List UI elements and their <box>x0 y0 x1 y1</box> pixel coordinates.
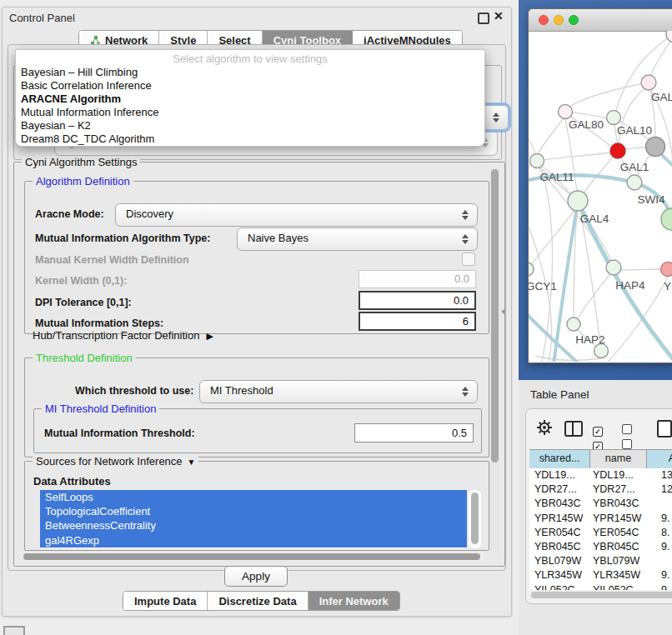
data-attributes-label: Data Attributes <box>33 475 111 488</box>
sources-group: Sources for Network Inference▼ Data Attr… <box>24 461 489 551</box>
table-row[interactable]: YPR145W YPR145W 9. <box>529 512 672 526</box>
node-hap2[interactable] <box>567 318 580 331</box>
tab-discretize-data[interactable]: Discretize Data <box>208 592 308 610</box>
dpi-tolerance-input[interactable]: 0.0 <box>359 291 476 310</box>
threshold-definition-group: Threshold Definition Which threshold to … <box>24 358 489 458</box>
combo-arrows-icon <box>462 209 469 221</box>
node-green-large[interactable] <box>661 208 672 230</box>
node-gray[interactable] <box>646 138 665 157</box>
mi-type-combo[interactable]: Naive Bayes <box>237 228 478 251</box>
node-swi4[interactable] <box>627 175 642 190</box>
panel-split-handle[interactable] <box>501 308 505 315</box>
aracne-mode-combo[interactable]: Discovery <box>115 203 478 227</box>
hub-definition-toggle[interactable]: Hub/Transcription Factor Definition▶ <box>33 329 213 342</box>
table-row[interactable]: YBR043C YBR043C <box>529 497 672 511</box>
table-row[interactable]: YER054C YER054C 8. <box>529 526 672 540</box>
float-window-icon[interactable] <box>478 12 489 24</box>
list-scrollbar[interactable] <box>469 490 481 548</box>
node-label: HAP2 <box>575 333 604 346</box>
mi-type-label: Mutual Information Algorithm Type: <box>35 232 210 244</box>
node-gal1-selected[interactable] <box>610 143 625 158</box>
node[interactable] <box>594 344 609 358</box>
node-gcy1[interactable] <box>529 262 534 276</box>
apply-button[interactable]: Apply <box>224 566 288 587</box>
table-body: YDL19... YDL19... 13 YDR27... YDR27... 1… <box>529 468 672 590</box>
table-hscrollbar-thumb[interactable] <box>531 592 672 598</box>
list-item[interactable]: SelfLoops <box>40 490 467 504</box>
algorithm-option[interactable]: Mutual Information Inference <box>19 106 481 119</box>
list-item[interactable]: gal4RGexp <box>40 533 467 548</box>
table-row[interactable]: YIL052C YIL052C 9. <box>529 583 672 591</box>
network-canvas[interactable]: GAL GAL80 GAL10 GAL1 GAL11 SWI4 GAL4 GCY… <box>529 31 672 362</box>
column-view-icon[interactable] <box>564 421 583 437</box>
which-threshold-value: MI Threshold <box>210 381 273 401</box>
kernel-width-label: Kernel Width (0,1): <box>35 275 127 287</box>
aracne-mode-label: Aracne Mode: <box>35 208 104 220</box>
node-label: GAL80 <box>569 118 604 131</box>
table-row[interactable]: YDL19... YDL19... 13 <box>529 468 672 482</box>
algorithm-option[interactable]: Bayesian – K2 <box>19 119 481 132</box>
node-salmon[interactable] <box>661 262 672 277</box>
mi-threshold-label: Mutual Information Threshold: <box>44 428 195 439</box>
algorithm-dropdown-popup: Select algorithm to view settings Bayesi… <box>15 49 485 147</box>
which-threshold-combo[interactable]: MI Threshold <box>199 380 478 403</box>
mi-threshold-input[interactable]: 0.5 <box>354 423 474 442</box>
algorithm-popup-list: Bayesian – Hill Climbing Basic Correlati… <box>19 66 481 146</box>
mi-steps-input[interactable]: 6 <box>359 312 476 331</box>
node-gal11[interactable] <box>530 154 544 168</box>
column-header-clipped[interactable]: A <box>647 450 672 468</box>
manual-kernel-checkbox[interactable] <box>462 252 475 266</box>
sources-group-title: Sources for Network Inference▼ <box>33 455 198 468</box>
tab-infer-network[interactable]: Infer Network <box>308 592 399 610</box>
deselect-all-columns-icon[interactable] <box>622 422 634 452</box>
algorithm-definition-group: Algorithm Definition Aracne Mode: Discov… <box>24 181 489 334</box>
threshold-definition-title: Threshold Definition <box>33 352 136 364</box>
close-button[interactable] <box>539 15 549 25</box>
network-window: GAL GAL80 GAL10 GAL1 GAL11 SWI4 GAL4 GCY… <box>528 8 672 363</box>
node-gal[interactable] <box>641 75 656 90</box>
settings-group-title: Cyni Algorithm Settings <box>22 156 140 168</box>
list-item[interactable]: TopologicalCoefficient <box>40 504 467 518</box>
minimized-panel-icon[interactable] <box>3 626 25 635</box>
document-icon[interactable] <box>657 420 672 438</box>
control-panel-title: Control Panel <box>9 12 75 24</box>
tab-impute-data[interactable]: Impute Data <box>123 592 208 610</box>
minimize-button[interactable] <box>554 15 564 25</box>
node-gal4[interactable] <box>568 191 588 211</box>
column-header-name[interactable]: name <box>590 450 647 468</box>
settings-hscrollbar-thumb[interactable] <box>23 553 480 560</box>
list-scrollbar-thumb[interactable] <box>471 492 479 544</box>
list-item[interactable]: BetweennessCentrality <box>40 518 467 532</box>
algorithm-option[interactable]: Bayesian – Hill Climbing <box>19 66 481 79</box>
column-header-shared-name[interactable]: shared... <box>529 450 590 468</box>
algorithm-option[interactable]: Dream8 DC_TDC Algorithm <box>19 132 481 146</box>
network-window-titlebar[interactable] <box>529 9 672 32</box>
node-gal80[interactable] <box>559 105 573 119</box>
table-row[interactable]: YLR345W YLR345W 9. <box>529 568 672 582</box>
algorithm-definition-title: Algorithm Definition <box>33 175 133 188</box>
node-hap4[interactable] <box>606 260 621 275</box>
table-card: ✓✓ shared... name A YDL19... YDL19... 13… <box>525 408 672 604</box>
gear-icon[interactable] <box>536 419 553 439</box>
node-gal10[interactable] <box>607 111 621 125</box>
table-row[interactable]: YBL079W YBL079W <box>529 554 672 568</box>
algorithm-option[interactable]: Basic Correlation Inference <box>19 79 481 92</box>
close-icon[interactable]: ✕ <box>494 9 504 22</box>
zoom-button[interactable] <box>569 15 579 25</box>
table-row[interactable]: YBR045C YBR045C 9. <box>529 540 672 554</box>
settings-hscrollbar[interactable] <box>21 552 484 561</box>
node[interactable] <box>666 31 672 42</box>
kernel-width-input[interactable]: 0.0 <box>359 270 476 288</box>
select-all-columns-icon[interactable]: ✓✓ <box>593 422 605 452</box>
aracne-mode-value: Discovery <box>126 204 173 224</box>
combo-arrows-icon <box>462 386 469 398</box>
node-label: GAL10 <box>617 124 652 137</box>
node-label: GAL <box>651 91 672 103</box>
table-row[interactable]: YDR27... YDR27... 12 <box>529 482 672 497</box>
dpi-tolerance-label: DPI Tolerance [0,1]: <box>35 297 132 308</box>
mi-threshold-group-title: MI Threshold Definition <box>42 402 159 415</box>
settings-vscrollbar-thumb[interactable] <box>491 169 499 462</box>
settings-vscrollbar[interactable] <box>489 168 499 554</box>
table-hscrollbar[interactable] <box>529 591 672 599</box>
algorithm-option-selected[interactable]: ARACNE Algorithm <box>19 92 481 106</box>
